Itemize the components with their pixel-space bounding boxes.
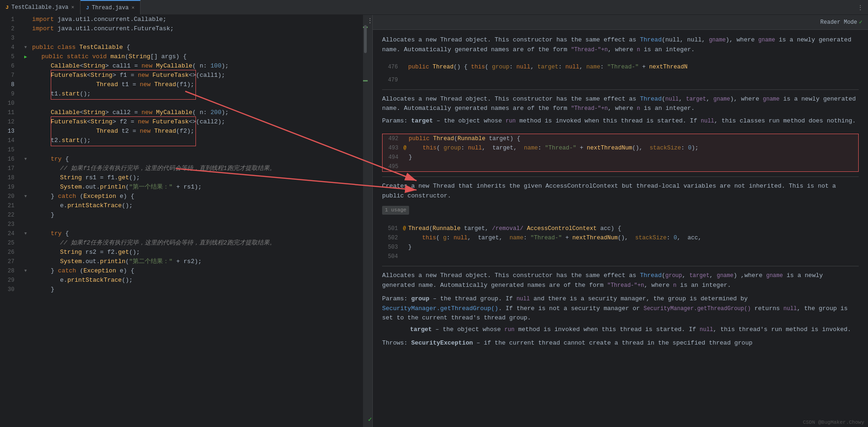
code-line-30: } <box>32 285 363 294</box>
doc-text-3: Creates a new Thread that inherits the g… <box>382 182 859 201</box>
breakpoint-arrow-5: ▶ <box>24 54 27 60</box>
usage-badge: 1 usage <box>382 206 409 215</box>
editor-scrollbar[interactable] <box>363 15 368 427</box>
doc-header: Reader Mode ✓ <box>373 15 868 30</box>
doc-link-thread1[interactable]: Thread <box>640 36 662 43</box>
doc-text-params-3: target – the object whose run method is … <box>410 325 859 335</box>
tab-thread[interactable]: J Thread.java × <box>81 0 141 14</box>
code-line-22: } <box>32 210 363 220</box>
tab-testcallable[interactable]: J TestCallable.java × <box>0 0 81 14</box>
code-area: import java.util.concurrent.Callable; im… <box>30 15 363 427</box>
doc-section-3: Creates a new Thread that inherits the g… <box>382 182 859 217</box>
code-line-28: } catch (Exception e) { <box>32 266 363 276</box>
code-line-21: e.printStackTrace(); <box>32 201 363 210</box>
tab-menu-dots[interactable]: ⋮ <box>853 4 868 11</box>
code-line-25: // 如果f2任务没有执行完毕，这里的代码会等待，直到线程2跑完才提取结果。 <box>32 238 363 248</box>
reader-mode-label: Reader Mode <box>821 19 857 26</box>
fold-icon-4: ▼ <box>24 45 27 50</box>
code-line-1: import java.util.concurrent.Callable; <box>32 15 363 24</box>
line-numbers: 1 2 3 4 5 6 7 8 9 10 11 12 13 14 15 16 1… <box>0 15 21 427</box>
code-line-20: } catch (Exception e) { <box>32 192 363 201</box>
code-line-2: import java.util.concurrent.FutureTask; <box>32 24 363 34</box>
code-line-16: try { <box>32 155 363 164</box>
code-line-6: Callable<String> call1 = new MyCallable(… <box>32 61 363 71</box>
code-line-8: Thread t1 = new Thread(f1); <box>32 80 363 89</box>
code-line-4: public class TestCallable { <box>32 43 363 52</box>
code-line-13: Thread t2 = new Thread(f2); <box>32 127 363 136</box>
code-line-26: String rs2 = f2.get(); <box>32 248 363 257</box>
tab-bar: J TestCallable.java × J Thread.java × ⋮ <box>0 0 868 15</box>
code-line-15 <box>32 145 363 155</box>
editor-pane: 1 2 3 4 5 6 7 8 9 10 11 12 13 14 15 16 1… <box>0 15 368 427</box>
java-icon-left: J <box>6 5 9 10</box>
doc-text-throws: Throws: SecurityException – if the curre… <box>382 339 859 348</box>
code-line-11: Callable<String> call2 = new MyCallable(… <box>32 108 363 117</box>
doc-text-params-1: Params: target – the object whose run me… <box>382 116 859 126</box>
doc-link-thread2[interactable]: Thread <box>640 95 662 102</box>
fold-icon-16: ▼ <box>24 157 27 162</box>
doc-text-4: Allocates a new Thread object. This cons… <box>382 271 859 291</box>
code-line-27: System.out.println("第二个结果：" + rs2); <box>32 257 363 266</box>
doc-text-2: Allocates a new Thread object. This cons… <box>382 95 859 114</box>
doc-section-4: Allocates a new Thread object. This cons… <box>382 271 859 348</box>
code-line-19: System.out.println("第一个结果：" + rs1); <box>32 183 363 192</box>
tab-thread-close[interactable]: × <box>131 5 135 11</box>
doc-boxed-code: 492 public Thread(Runnable target) { 493… <box>382 134 859 172</box>
code-line-14: t2.start(); <box>32 136 363 145</box>
doc-separator-1 <box>382 89 859 90</box>
scrollbar-green-marker-2 <box>363 80 368 81</box>
fold-icon-24: ▼ <box>24 231 27 236</box>
tab-testcallable-close[interactable]: × <box>71 5 74 10</box>
doc-link-thread3[interactable]: Thread <box>640 272 662 279</box>
doc-pane: Reader Mode ✓ Allocates a new Thread obj… <box>372 15 868 427</box>
code-line-3 <box>32 34 363 43</box>
doc-section-1: Allocates a new Thread object. This cons… <box>382 35 859 55</box>
doc-separator-2 <box>382 176 859 177</box>
java-icon-right: J <box>86 5 89 11</box>
fold-icon-28: ▼ <box>24 269 27 273</box>
doc-code-501: 501 @ Thread(Runnable target, /removal/ … <box>382 224 859 261</box>
code-line-5: public static void main(String[] args) { <box>32 52 363 61</box>
code-line-9: t1.start(); <box>32 89 363 99</box>
check-icon: ✓ <box>368 415 372 423</box>
doc-section-2: Allocates a new Thread object. This cons… <box>382 95 859 126</box>
doc-separator-3 <box>382 266 859 266</box>
code-line-29: e.printStackTrace(); <box>32 276 363 285</box>
code-line-24: try { <box>32 229 363 238</box>
reader-mode-button[interactable]: Reader Mode ✓ <box>821 19 862 26</box>
gutter: ▼ ▶ ▼ ▼ ▼ <box>21 15 30 427</box>
reader-mode-check-icon: ✓ <box>859 19 862 26</box>
tab-testcallable-label: TestCallable.java <box>12 4 68 11</box>
doc-body[interactable]: Allocates a new Thread object. This cons… <box>373 30 868 427</box>
doc-link-securitymanager[interactable]: SecurityManager.getThreadGroup() <box>382 305 498 312</box>
code-line-17: // 如果f1任务没有执行完毕，这里的代码会等待，直到线程1跑完才提取结果。 <box>32 164 363 173</box>
tab-thread-label: Thread.java <box>92 5 128 11</box>
fold-icon-20: ▼ <box>24 194 27 199</box>
doc-code-476: public Thread() { this( group: null, tar… <box>408 62 687 72</box>
doc-text-params-2: Params: group – the thread group. If nul… <box>382 294 859 323</box>
watermark: CSDN @BugMaker.Chowy <box>803 420 864 425</box>
code-line-18: String rs1 = f1.get(); <box>32 173 363 183</box>
scrollbar-thumb[interactable] <box>364 25 367 53</box>
doc-text-1: Allocates a new Thread object. This cons… <box>382 35 859 55</box>
code-line-23 <box>32 220 363 229</box>
code-line-10 <box>32 99 363 108</box>
